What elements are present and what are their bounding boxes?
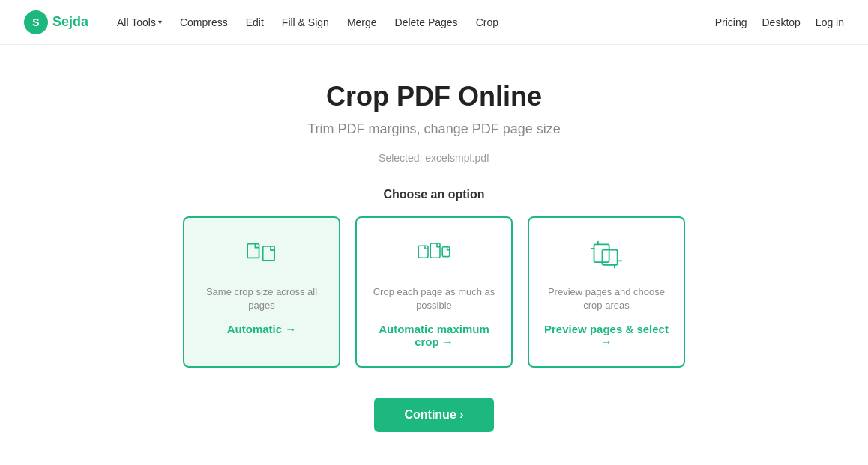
preview-icon bbox=[588, 239, 624, 275]
automatic-max-action: Automatic maximum crop → bbox=[372, 323, 496, 348]
nav-right: Pricing Desktop Log in bbox=[715, 16, 844, 28]
nav-compress[interactable]: Compress bbox=[172, 12, 235, 33]
nav-desktop[interactable]: Desktop bbox=[762, 16, 800, 28]
svg-rect-0 bbox=[247, 244, 259, 258]
nav-merge[interactable]: Merge bbox=[340, 12, 385, 33]
nav-delete-pages[interactable]: Delete Pages bbox=[388, 12, 465, 33]
page-title: Crop PDF Online bbox=[326, 81, 542, 112]
chevron-down-icon: ▾ bbox=[158, 18, 162, 26]
logo-icon: S bbox=[24, 10, 48, 34]
svg-rect-3 bbox=[430, 243, 440, 258]
continue-button[interactable]: Continue › bbox=[374, 398, 493, 432]
main-content: Crop PDF Online Trim PDF margins, change… bbox=[0, 45, 868, 465]
nav-fill-sign[interactable]: Fill & Sign bbox=[274, 12, 337, 33]
automatic-description: Same crop size across all pages bbox=[199, 285, 324, 312]
nav-crop[interactable]: Crop bbox=[468, 12, 506, 33]
automatic-action: Automatic → bbox=[227, 323, 297, 335]
nav-links: All Tools ▾ Compress Edit Fill & Sign Me… bbox=[109, 12, 715, 33]
svg-rect-2 bbox=[418, 246, 428, 258]
nav-all-tools[interactable]: All Tools ▾ bbox=[109, 12, 169, 33]
nav-edit[interactable]: Edit bbox=[238, 12, 271, 33]
options-heading: Choose an option bbox=[383, 188, 484, 201]
automatic-max-icon bbox=[416, 239, 452, 275]
preview-action: Preview pages & select → bbox=[544, 323, 669, 348]
page-subtitle: Trim PDF margins, change PDF page size bbox=[307, 121, 560, 137]
nav-pricing[interactable]: Pricing bbox=[715, 16, 747, 28]
svg-rect-4 bbox=[442, 247, 450, 257]
options-row: Same crop size across all pages Automati… bbox=[183, 216, 685, 368]
automatic-max-description: Crop each page as much as possible bbox=[372, 285, 496, 312]
option-card-automatic[interactable]: Same crop size across all pages Automati… bbox=[183, 216, 340, 368]
preview-description: Preview pages and choose crop areas bbox=[544, 285, 669, 312]
svg-rect-1 bbox=[263, 246, 274, 261]
selected-file-label: Selected: excelsmpl.pdf bbox=[379, 152, 489, 164]
navbar: S Sejda All Tools ▾ Compress Edit Fill &… bbox=[0, 0, 868, 45]
nav-login[interactable]: Log in bbox=[816, 16, 844, 28]
option-card-preview[interactable]: Preview pages and choose crop areas Prev… bbox=[528, 216, 685, 368]
brand-name: Sejda bbox=[52, 14, 88, 30]
logo-link[interactable]: S Sejda bbox=[24, 10, 88, 34]
option-card-automatic-max[interactable]: Crop each page as much as possible Autom… bbox=[355, 216, 513, 368]
automatic-icon bbox=[244, 239, 280, 275]
